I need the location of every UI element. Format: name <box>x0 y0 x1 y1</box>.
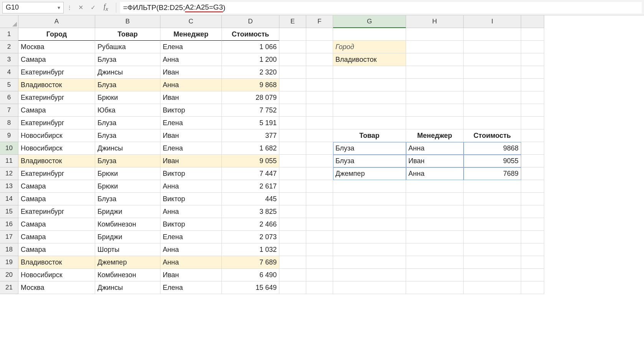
cell[interactable] <box>306 193 333 205</box>
cell[interactable]: Екатеринбург <box>18 167 95 180</box>
cell[interactable] <box>279 28 306 41</box>
cell[interactable]: Блуза <box>95 53 160 66</box>
row-header-6[interactable]: 6 <box>0 91 18 104</box>
cell[interactable] <box>333 28 406 41</box>
cell[interactable]: Самара <box>18 218 95 231</box>
row-header-10[interactable]: 10 <box>0 142 18 155</box>
cell[interactable]: Блуза <box>95 155 160 167</box>
cell[interactable] <box>306 79 333 91</box>
cell[interactable]: Владивосток <box>18 79 95 91</box>
cell[interactable]: 377 <box>222 129 279 142</box>
cell[interactable]: 3 825 <box>222 205 279 218</box>
cell[interactable]: 7 447 <box>222 167 279 180</box>
cell[interactable]: 15 649 <box>222 281 279 294</box>
table-header[interactable]: Стоимость <box>222 28 279 41</box>
result-header[interactable]: Менеджер <box>406 129 464 142</box>
cell[interactable]: Екатеринбург <box>18 117 95 129</box>
result-cell[interactable]: 7689 <box>464 167 521 180</box>
col-header-B[interactable]: B <box>95 15 160 28</box>
cell[interactable] <box>333 79 406 91</box>
row-header-19[interactable]: 19 <box>0 256 18 269</box>
cell[interactable]: Брюки <box>95 91 160 104</box>
filter-label[interactable]: Город <box>333 41 406 53</box>
cell[interactable]: 2 617 <box>222 180 279 193</box>
cell[interactable] <box>306 142 333 155</box>
cell[interactable] <box>406 66 464 79</box>
cell[interactable]: Комбинезон <box>95 218 160 231</box>
cell[interactable]: Комбинезон <box>95 269 160 281</box>
cell[interactable] <box>464 269 521 281</box>
cell[interactable] <box>464 281 521 294</box>
cell[interactable] <box>306 205 333 218</box>
cell[interactable] <box>279 53 306 66</box>
cell[interactable] <box>521 117 544 129</box>
filter-value[interactable]: Владивосток <box>333 53 406 66</box>
row-header-20[interactable]: 20 <box>0 269 18 281</box>
cell[interactable]: Бриджи <box>95 231 160 243</box>
cell[interactable] <box>521 269 544 281</box>
row-header-8[interactable]: 8 <box>0 117 18 129</box>
cell[interactable] <box>406 91 464 104</box>
cell[interactable] <box>333 231 406 243</box>
result-cell[interactable]: 9868 <box>464 142 521 155</box>
cell[interactable]: 28 079 <box>222 91 279 104</box>
cell[interactable]: Самара <box>18 104 95 117</box>
cell[interactable]: Самара <box>18 231 95 243</box>
result-cell[interactable]: Блуза <box>333 155 406 167</box>
row-header-14[interactable]: 14 <box>0 193 18 205</box>
cell[interactable] <box>279 243 306 256</box>
cell[interactable] <box>521 281 544 294</box>
col-header-A[interactable]: A <box>18 15 95 28</box>
cell[interactable] <box>306 66 333 79</box>
cell[interactable] <box>306 104 333 117</box>
cell[interactable] <box>279 155 306 167</box>
cell[interactable] <box>521 41 544 53</box>
cell[interactable]: Самара <box>18 180 95 193</box>
cell[interactable] <box>464 256 521 269</box>
cell[interactable]: Елена <box>160 231 222 243</box>
spreadsheet-grid[interactable]: ABCDEFGHI1ГородТоварМенеджерСтоимость2Мо… <box>0 15 644 294</box>
cell[interactable]: Новосибирск <box>18 269 95 281</box>
cell[interactable] <box>406 104 464 117</box>
row-header-4[interactable]: 4 <box>0 66 18 79</box>
cell[interactable] <box>306 281 333 294</box>
cell[interactable]: Анна <box>160 205 222 218</box>
cell[interactable]: Анна <box>160 243 222 256</box>
cell[interactable]: Юбка <box>95 104 160 117</box>
row-header-17[interactable]: 17 <box>0 231 18 243</box>
cell[interactable]: Иван <box>160 66 222 79</box>
cell[interactable] <box>333 256 406 269</box>
cell[interactable]: 7 752 <box>222 104 279 117</box>
cell[interactable] <box>279 167 306 180</box>
cell[interactable] <box>306 180 333 193</box>
fx-label[interactable]: fx <box>100 3 112 12</box>
cell[interactable]: Екатеринбург <box>18 205 95 218</box>
result-cell[interactable]: Джемпер <box>333 167 406 180</box>
cell[interactable] <box>279 142 306 155</box>
row-header-7[interactable]: 7 <box>0 104 18 117</box>
cell[interactable]: Елена <box>160 281 222 294</box>
cell[interactable] <box>406 269 464 281</box>
table-header[interactable]: Товар <box>95 28 160 41</box>
cell[interactable]: Анна <box>160 256 222 269</box>
cell[interactable] <box>279 193 306 205</box>
cell[interactable] <box>333 117 406 129</box>
col-header-F[interactable]: F <box>306 15 333 28</box>
cell[interactable] <box>464 193 521 205</box>
row-header-5[interactable]: 5 <box>0 79 18 91</box>
cell[interactable]: Самара <box>18 193 95 205</box>
row-header-3[interactable]: 3 <box>0 53 18 66</box>
cell[interactable]: Блуза <box>95 129 160 142</box>
row-header-21[interactable]: 21 <box>0 281 18 294</box>
cell[interactable]: Екатеринбург <box>18 66 95 79</box>
cell[interactable]: Иван <box>160 129 222 142</box>
col-header-G[interactable]: G <box>333 15 406 28</box>
cell[interactable] <box>306 53 333 66</box>
cell[interactable]: Елена <box>160 117 222 129</box>
cell[interactable]: Новосибирск <box>18 129 95 142</box>
cell[interactable] <box>521 205 544 218</box>
cell[interactable] <box>521 218 544 231</box>
cell[interactable] <box>521 129 544 142</box>
row-header-18[interactable]: 18 <box>0 243 18 256</box>
cell[interactable] <box>333 205 406 218</box>
